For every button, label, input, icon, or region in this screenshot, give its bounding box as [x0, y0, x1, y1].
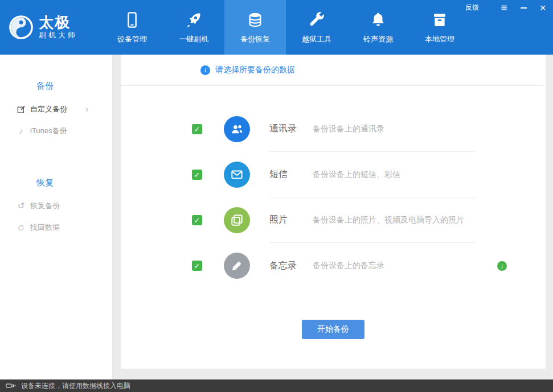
sidebar: 备份 自定义备份 iTunes备份 恢复 — [0, 55, 112, 379]
info-icon — [200, 65, 210, 75]
start-backup-button[interactable]: 开始备份 — [302, 320, 364, 339]
tab-local-management[interactable]: 本地管理 — [409, 0, 470, 55]
custom-backup-icon — [16, 105, 26, 114]
nav-label: 一键刷机 — [179, 34, 208, 44]
nav-label: 设备管理 — [117, 34, 147, 44]
tab-backup-restore[interactable]: 备份恢复 — [224, 0, 286, 55]
main-nav: 设备管理 一键刷机 备份恢复 — [101, 0, 470, 55]
window-controls: 反馈 — [465, 3, 547, 13]
backup-database-icon — [246, 11, 264, 29]
notes-pencil-icon — [224, 253, 250, 279]
minimize-icon[interactable] — [519, 3, 528, 13]
header: 太极 刷机大师 设备管理 一键刷机 — [0, 0, 553, 55]
backup-row-contacts: 通讯录 备份设备上的通讯录 — [121, 106, 546, 152]
item-name: 通讯录 — [269, 123, 313, 135]
tab-ringtone-resources[interactable]: 铃声资源 — [347, 0, 409, 55]
menu-icon[interactable] — [499, 3, 509, 13]
photos-icon — [224, 207, 250, 233]
sidebar-item-itunes-backup[interactable]: iTunes备份 — [0, 120, 112, 142]
item-name: 照片 — [269, 214, 313, 226]
nav-label: 铃声资源 — [363, 34, 393, 44]
backup-row-photos: 照片 备份设备上的照片、视频及电脑导入的照片 — [121, 197, 546, 243]
logo-title: 太极 — [39, 14, 77, 30]
nav-label: 越狱工具 — [302, 34, 331, 44]
logo-text: 太极 刷机大师 — [39, 14, 77, 40]
prompt-text: 请选择所要备份的数据 — [215, 65, 295, 75]
tab-jailbreak-tools[interactable]: 越狱工具 — [286, 0, 347, 55]
sidebar-item-label: 恢复备份 — [30, 201, 60, 211]
button-bar: 开始备份 — [121, 320, 546, 339]
nav-label: 本地管理 — [425, 34, 454, 44]
tab-device-management[interactable]: 设备管理 — [101, 0, 163, 55]
item-text: 通讯录 备份设备上的通讯录 — [269, 106, 476, 152]
sidebar-item-label: iTunes备份 — [30, 126, 67, 136]
sidebar-heading-backup: 备份 — [36, 80, 112, 92]
usb-cable-icon — [6, 382, 16, 389]
device-icon — [123, 11, 141, 29]
backup-row-notes: 备忘录 备份设备上的备忘录 — [121, 243, 546, 288]
item-name: 短信 — [269, 168, 313, 180]
item-text: 照片 备份设备上的照片、视频及电脑导入的照片 — [269, 197, 476, 243]
logo-subtitle: 刷机大师 — [39, 30, 77, 40]
local-storage-icon — [431, 11, 449, 29]
item-text: 备忘录 备份设备上的备忘录 — [269, 243, 476, 288]
status-text: 设备未连接，请使用数据线接入电脑 — [21, 381, 130, 391]
sidebar-item-label: 自定义备份 — [30, 104, 67, 114]
main-area: 请选择所要备份的数据 — [112, 55, 553, 379]
close-icon[interactable] — [538, 3, 547, 13]
wrench-icon — [308, 11, 326, 29]
chevron-right-icon — [85, 104, 88, 114]
app-window: 太极 刷机大师 设备管理 一键刷机 — [0, 0, 553, 392]
body: 备份 自定义备份 iTunes备份 恢复 — [0, 55, 553, 379]
notes-checkbox[interactable] — [192, 261, 202, 271]
notes-info-icon[interactable] — [497, 261, 507, 271]
item-desc: 备份设备上的通讯录 — [313, 124, 384, 134]
item-text: 短信 备份设备上的短信、彩信 — [269, 152, 476, 197]
bell-icon — [369, 11, 387, 29]
taiji-logo-icon — [8, 14, 34, 40]
sidebar-item-restore-backup[interactable]: 恢复备份 — [0, 195, 112, 217]
sidebar-item-label: 找回数据 — [30, 222, 60, 233]
backup-row-sms: 短信 备份设备上的短信、彩信 — [121, 152, 546, 197]
backup-panel: 请选择所要备份的数据 — [121, 55, 546, 369]
item-desc: 备份设备上的备忘录 — [313, 261, 384, 271]
sms-checkbox[interactable] — [192, 170, 202, 180]
feedback-link[interactable]: 反馈 — [465, 3, 479, 13]
app-logo: 太极 刷机大师 — [0, 0, 101, 55]
sms-envelope-icon — [224, 162, 250, 188]
backup-item-list: 通讯录 备份设备上的通讯录 短信 — [121, 86, 546, 288]
contacts-checkbox[interactable] — [192, 124, 202, 134]
sidebar-item-recover-data[interactable]: 找回数据 — [0, 217, 112, 238]
contacts-icon — [224, 116, 250, 142]
sidebar-item-custom-backup[interactable]: 自定义备份 — [0, 98, 112, 120]
photos-checkbox[interactable] — [192, 215, 202, 225]
item-desc: 备份设备上的照片、视频及电脑导入的照片 — [313, 215, 464, 225]
status-bar: 设备未连接，请使用数据线接入电脑 — [0, 379, 553, 392]
restore-icon — [16, 201, 26, 211]
prompt-row: 请选择所要备份的数据 — [121, 55, 546, 86]
rocket-icon — [185, 11, 203, 29]
nav-label: 备份恢复 — [240, 34, 270, 44]
item-desc: 备份设备上的短信、彩信 — [313, 170, 400, 180]
sidebar-heading-restore: 恢复 — [36, 177, 112, 188]
notes-info — [497, 261, 507, 271]
music-note-icon — [16, 126, 26, 135]
recover-data-icon — [16, 224, 26, 232]
tab-one-click-flash[interactable]: 一键刷机 — [163, 0, 224, 55]
item-name: 备忘录 — [269, 260, 313, 272]
